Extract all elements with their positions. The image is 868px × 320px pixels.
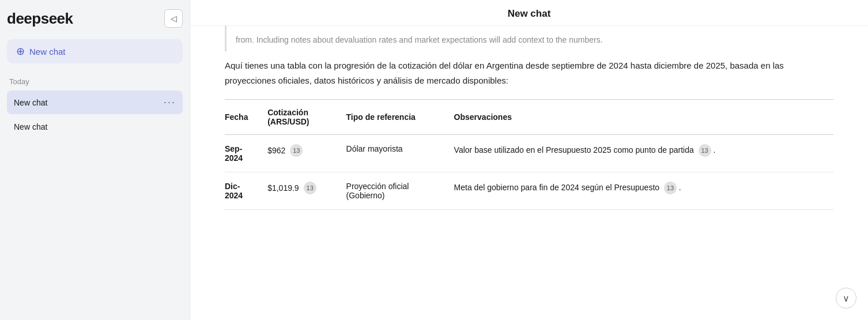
obs-text-2: Meta del gobierno para fin de 2024 según… <box>454 183 659 192</box>
intro-paragraph: Aquí tienes una tabla con la progresión … <box>225 58 833 88</box>
collapse-sidebar-button[interactable]: ◁ <box>164 9 183 28</box>
cotizacion-value-2: $1,019.9 <box>267 183 299 193</box>
obs-suffix-2: . <box>679 183 681 192</box>
sidebar-item-chat-2[interactable]: New chat <box>7 116 183 137</box>
new-chat-button[interactable]: ⊕ New chat <box>7 39 183 63</box>
sidebar: deepseek ◁ ⊕ New chat Today New chat ···… <box>0 0 190 320</box>
chat-item-label-2: New chat <box>14 122 176 131</box>
cotizacion-badge-1: 13 <box>290 144 303 157</box>
data-table: Fecha Cotización(ARS/USD) Tipo de refere… <box>225 100 833 210</box>
cotizacion-value-1: $962 <box>267 146 285 155</box>
cell-cotizacion-1: $962 13 <box>267 135 346 172</box>
sidebar-item-chat-1[interactable]: New chat ··· <box>7 91 183 114</box>
main-title: New chat <box>190 0 868 26</box>
obs-badge-1: 13 <box>699 144 711 157</box>
col-header-cotizacion: Cotización(ARS/USD) <box>267 100 346 135</box>
new-chat-icon: ⊕ <box>16 45 25 58</box>
obs-suffix-1: . <box>714 145 716 155</box>
main-panel: New chat from. Including notes about dev… <box>190 0 868 320</box>
today-section-label: Today <box>7 77 183 86</box>
collapse-icon: ◁ <box>171 14 177 23</box>
cell-tipo-1: Dólar mayorista <box>346 135 454 172</box>
new-chat-button-label: New chat <box>29 47 66 57</box>
table-row: Dic-2024 $1,019.9 13 Proyección oficial(… <box>225 172 833 210</box>
scroll-down-button[interactable]: ∨ <box>836 288 856 308</box>
col-header-fecha: Fecha <box>225 100 267 135</box>
table-header-row: Fecha Cotización(ARS/USD) Tipo de refere… <box>225 100 833 135</box>
cell-cotizacion-2: $1,019.9 13 <box>267 172 346 210</box>
cell-obs-1: Valor base utilizado en el Presupuesto 2… <box>454 135 833 172</box>
app-logo: deepseek <box>7 10 73 28</box>
col-header-tipo: Tipo de referencia <box>346 100 454 135</box>
table-row: Sep-2024 $962 13 Dólar mayorista Valor b… <box>225 135 833 172</box>
chevron-down-icon: ∨ <box>843 293 850 304</box>
chat-item-menu-icon[interactable]: ··· <box>164 96 176 108</box>
obs-badge-2: 13 <box>664 182 677 194</box>
sidebar-header: deepseek ◁ <box>7 9 183 28</box>
main-content[interactable]: from. Including notes about devaluation … <box>190 26 868 320</box>
cell-tipo-2: Proyección oficial(Gobierno) <box>346 172 454 210</box>
col-header-observaciones: Observaciones <box>454 100 833 135</box>
context-note: from. Including notes about devaluation … <box>225 26 833 51</box>
cell-fecha-1: Sep-2024 <box>225 135 267 172</box>
cell-fecha-2: Dic-2024 <box>225 172 267 210</box>
chat-item-label: New chat <box>14 98 164 107</box>
cell-obs-2: Meta del gobierno para fin de 2024 según… <box>454 172 833 210</box>
obs-text-1: Valor base utilizado en el Presupuesto 2… <box>454 145 694 155</box>
cotizacion-badge-2: 13 <box>304 182 316 194</box>
